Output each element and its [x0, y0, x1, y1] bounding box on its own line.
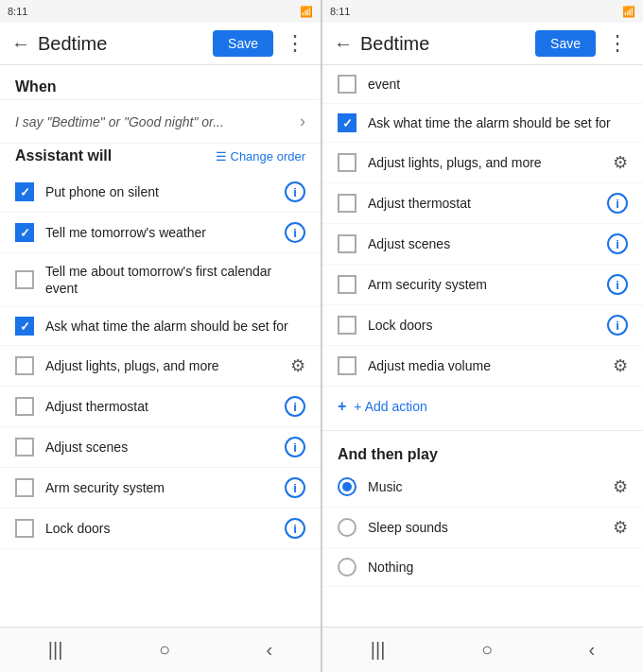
right-checkbox-6[interactable] [338, 316, 356, 335]
right-action-label-2: Adjust lights, plugs, and more [368, 154, 605, 171]
checkbox-4[interactable] [15, 356, 34, 375]
checkbox-3[interactable] [15, 317, 34, 336]
checkbox-6[interactable] [15, 438, 34, 457]
back-button-left[interactable]: ← [11, 33, 30, 55]
gear-icon-music[interactable]: ⚙ [613, 476, 628, 497]
info-icon-5[interactable]: i [285, 396, 305, 417]
action-item-0: Put phone on silent i [0, 172, 321, 213]
info-icon-0[interactable]: i [285, 181, 305, 202]
nav-bar-right: ||| ○ ‹ [322, 627, 643, 672]
radio-item-1: Sleep sounds ⚙ [322, 508, 643, 548]
right-checkbox-2[interactable] [338, 153, 356, 172]
change-order-icon: ☰ [216, 149, 227, 164]
radio-nothing[interactable] [338, 558, 356, 577]
right-checkbox-5[interactable] [338, 275, 356, 294]
action-label-6: Adjust scenes [45, 439, 277, 456]
checkbox-1[interactable] [15, 223, 34, 242]
right-gear-icon-2[interactable]: ⚙ [613, 152, 628, 173]
save-button-right[interactable]: Save [535, 30, 596, 57]
nav-bar-left: ||| ○ ‹ [0, 627, 321, 672]
right-action-label-4: Adjust scenes [368, 235, 600, 252]
add-action-icon: + [338, 398, 346, 415]
right-gear-icon-7[interactable]: ⚙ [613, 355, 628, 376]
right-action-item-0: event [322, 65, 643, 104]
action-item-7: Arm security system i [0, 468, 321, 508]
right-action-label-0: event [368, 76, 628, 93]
checkbox-0[interactable] [15, 182, 34, 201]
add-action-button[interactable]: + + Add action [322, 387, 643, 426]
info-icon-6[interactable]: i [285, 437, 305, 457]
status-time-left: 8:11 [8, 6, 27, 17]
checkbox-5[interactable] [15, 397, 34, 416]
action-label-8: Lock doors [45, 520, 277, 537]
action-item-1: Tell me tomorrow's weather i [0, 213, 321, 253]
back-button-right[interactable]: ← [334, 33, 353, 55]
right-action-item-5: Arm security system i [322, 265, 643, 305]
action-item-6: Adjust scenes i [0, 427, 321, 468]
info-icon-7[interactable]: i [285, 477, 305, 498]
more-button-right[interactable]: ⋮ [603, 31, 632, 56]
right-action-item-3: Adjust thermostat i [322, 183, 643, 224]
nav-back-right[interactable]: ‹ [589, 639, 596, 661]
checkbox-8[interactable] [15, 519, 34, 538]
action-label-5: Adjust thermostat [45, 398, 277, 415]
right-checkbox-7[interactable] [338, 356, 356, 375]
trigger-row[interactable]: I say "Bedtime" or "Good night" or... › [0, 99, 321, 144]
right-action-item-1: Ask what time the alarm should be set fo… [322, 104, 643, 143]
right-checkbox-4[interactable] [338, 234, 356, 253]
nav-menu-right[interactable]: ||| [371, 639, 386, 661]
checkbox-7[interactable] [15, 478, 34, 497]
right-checkbox-1[interactable] [338, 113, 356, 132]
right-info-icon-6[interactable]: i [607, 315, 628, 336]
status-bar-right: 8:11 📶 [322, 0, 643, 23]
action-label-4: Adjust lights, plugs, and more [45, 357, 283, 374]
nav-back-left[interactable]: ‹ [267, 639, 273, 661]
right-action-label-6: Lock doors [368, 317, 600, 334]
change-order-button[interactable]: ☰ Change order [216, 149, 306, 164]
radio-sleep-sounds[interactable] [338, 518, 356, 537]
save-button-left[interactable]: Save [213, 30, 273, 57]
top-bar-right: ← Bedtime Save ⋮ [322, 23, 643, 65]
right-checkbox-0[interactable] [338, 75, 356, 94]
right-info-icon-5[interactable]: i [607, 274, 628, 295]
action-item-4: Adjust lights, plugs, and more ⚙ [0, 346, 321, 387]
info-icon-8[interactable]: i [285, 518, 305, 539]
right-info-icon-3[interactable]: i [607, 193, 628, 214]
trigger-text: I say "Bedtime" or "Good night" or... [15, 114, 224, 129]
status-icons-right: 📶 [622, 6, 635, 18]
right-checkbox-3[interactable] [338, 194, 356, 213]
checkbox-2[interactable] [15, 270, 34, 289]
right-action-item-6: Lock doors i [322, 305, 643, 346]
nav-home-left[interactable]: ○ [159, 639, 170, 661]
and-then-play-label: And then play [338, 446, 438, 462]
gear-icon-sleep-sounds[interactable]: ⚙ [613, 517, 628, 538]
action-item-2: Tell me about tomorrow's first calendar … [0, 253, 321, 307]
right-action-label-1: Ask what time the alarm should be set fo… [368, 114, 628, 131]
right-phone: 8:11 📶 ← Bedtime Save ⋮ event Ask what t… [322, 0, 643, 672]
right-info-icon-4[interactable]: i [607, 233, 628, 254]
right-action-item-4: Adjust scenes i [322, 224, 643, 265]
action-label-1: Tell me tomorrow's weather [45, 224, 277, 241]
and-then-play-header: And then play [322, 435, 643, 467]
gear-icon-4[interactable]: ⚙ [290, 355, 305, 376]
nav-home-right[interactable]: ○ [481, 639, 493, 661]
status-icons-left: 📶 [300, 6, 313, 18]
nav-menu-left[interactable]: ||| [48, 639, 63, 661]
page-title-left: Bedtime [38, 33, 213, 55]
top-bar-left: ← Bedtime Save ⋮ [0, 23, 321, 65]
radio-label-music: Music [368, 479, 605, 494]
assistant-will-label: Assistant will [15, 147, 112, 164]
action-item-3: Ask what time the alarm should be set fo… [0, 307, 321, 346]
action-label-0: Put phone on silent [45, 183, 277, 200]
add-action-label: + Add action [354, 399, 426, 414]
more-button-left[interactable]: ⋮ [281, 31, 309, 56]
right-action-label-7: Adjust media volume [368, 357, 605, 374]
action-label-2: Tell me about tomorrow's first calendar … [45, 263, 305, 297]
info-icon-1[interactable]: i [285, 222, 305, 243]
when-label: When [15, 78, 57, 95]
status-time-right: 8:11 [330, 6, 350, 17]
action-item-8: Lock doors i [0, 508, 321, 549]
radio-music[interactable] [338, 477, 356, 496]
content-left: When I say "Bedtime" or "Good night" or.… [0, 65, 321, 627]
radio-label-sleep-sounds: Sleep sounds [368, 520, 605, 535]
